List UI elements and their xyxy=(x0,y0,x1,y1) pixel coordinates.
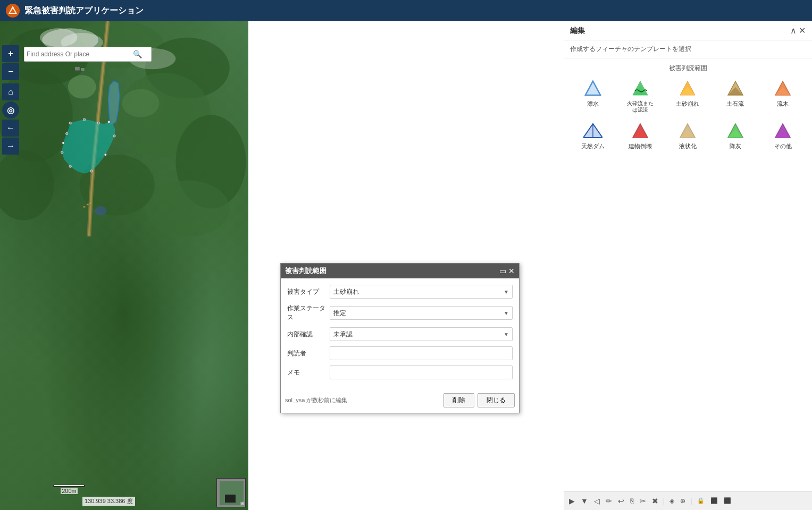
ashfall-icon xyxy=(726,122,745,141)
popup-body: 被害タイプ 土砂崩れ ▼ 作業ステータス 推定 ▼ 内部確認 未承認 ▼ 判読者 xyxy=(281,278,519,391)
back-button[interactable]: ← xyxy=(2,120,19,137)
zoom-out-button[interactable]: − xyxy=(2,63,19,80)
damage-type-value: 土砂崩れ xyxy=(333,287,359,296)
natural-dam-label: 天然ダム xyxy=(581,143,605,150)
svg-rect-18 xyxy=(75,67,80,71)
edit-title: 編集 xyxy=(570,26,585,36)
memo-input[interactable] xyxy=(330,366,513,379)
internal-check-select[interactable]: 未承認 ▼ xyxy=(330,327,513,341)
panel-spacer xyxy=(564,162,812,491)
svg-point-28 xyxy=(90,170,93,172)
form-row-internal-check: 内部確認 未承認 ▼ xyxy=(287,327,513,341)
split-button[interactable]: ⊕ xyxy=(678,496,688,506)
work-status-select[interactable]: 推定 ▼ xyxy=(330,306,513,320)
svg-point-29 xyxy=(69,165,71,167)
close-form-button[interactable]: 閉じる xyxy=(478,393,515,407)
separator2: | xyxy=(689,497,693,505)
gps-button[interactable]: ◎ xyxy=(2,101,19,118)
coordinates: 130.939 33.386 度 xyxy=(82,497,135,506)
work-status-arrow: ▼ xyxy=(504,310,509,316)
damage-type-arrow: ▼ xyxy=(504,289,509,295)
edit-vertices-button[interactable]: ✏ xyxy=(604,496,614,506)
other-label: その他 xyxy=(774,143,792,150)
liquefaction-icon xyxy=(678,122,697,141)
popup-close-button[interactable]: ✕ xyxy=(508,267,515,275)
reader-label: 判読者 xyxy=(287,349,330,358)
template-building-collapse[interactable]: 建物倒壊 xyxy=(617,120,663,152)
popup-minimize-button[interactable]: ▭ xyxy=(499,267,506,275)
app-logo xyxy=(5,3,20,18)
cut-button[interactable]: ✂ xyxy=(638,496,648,506)
memo-label: メモ xyxy=(287,368,330,377)
damage-type-select[interactable]: 土砂崩れ ▼ xyxy=(330,285,513,299)
delete-btn[interactable]: ✖ xyxy=(650,496,660,506)
map[interactable]: 🔍 + − ⌂ ◎ ← → 200m 130.939 33.386 度 Esri… xyxy=(0,21,248,510)
scale-label: 200m xyxy=(61,488,78,494)
work-status-value: 推定 xyxy=(333,309,346,318)
driftwood-label: 流木 xyxy=(777,100,789,107)
popup-title: 被害判読範囲 xyxy=(285,266,327,276)
search-input[interactable] xyxy=(27,50,133,58)
search-bar[interactable]: 🔍 xyxy=(24,47,152,62)
pyroclastic-icon xyxy=(631,79,650,98)
form-row-reader: 判読者 xyxy=(287,346,513,360)
zoom-in-button[interactable]: + xyxy=(2,45,19,62)
svg-point-23 xyxy=(83,118,85,121)
landslide-label: 土砂崩れ xyxy=(676,100,699,107)
svg-point-30 xyxy=(61,151,63,154)
popup-footer: sol_ysa が数秒前に編集 削除 閉じる xyxy=(281,391,519,413)
separator1: | xyxy=(662,497,666,505)
liquefaction-label: 液状化 xyxy=(679,143,697,150)
template-ashfall[interactable]: 降灰 xyxy=(713,120,758,152)
debris-icon xyxy=(726,79,745,98)
forward-button[interactable]: → xyxy=(2,138,19,155)
template-group-label: 被害判読範囲 xyxy=(570,64,806,73)
undo-button[interactable]: ↩ xyxy=(616,496,626,506)
delete-button[interactable]: 削除 xyxy=(443,393,474,407)
svg-marker-41 xyxy=(585,81,600,95)
snap-button[interactable]: 🔒 xyxy=(695,496,707,505)
collapse-button[interactable]: ∧ xyxy=(790,26,797,36)
popup-header: 被害判読範囲 ▭ ✕ xyxy=(281,264,519,278)
svg-point-32 xyxy=(65,132,68,134)
internal-check-value: 未承認 xyxy=(333,330,353,339)
svg-rect-34 xyxy=(89,202,91,203)
damage-type-label: 被害タイプ xyxy=(287,287,330,296)
template-pyroclastic[interactable]: 火砕流または泥流 xyxy=(617,77,663,115)
copy-button[interactable]: ⎘ xyxy=(628,496,636,506)
svg-rect-33 xyxy=(87,204,89,206)
template-other[interactable]: その他 xyxy=(760,120,806,152)
template-landslide[interactable]: 土砂崩れ xyxy=(665,77,710,115)
select-button[interactable]: ◁ xyxy=(592,496,602,506)
tool2-button[interactable]: ⬛ xyxy=(722,496,733,505)
scale-bar: 200m xyxy=(53,485,85,494)
svg-rect-35 xyxy=(83,206,85,208)
flood-icon xyxy=(583,79,602,98)
template-driftwood[interactable]: 流木 xyxy=(760,77,806,115)
svg-point-27 xyxy=(104,154,106,156)
draw-button[interactable]: ▶ xyxy=(567,496,577,506)
search-button[interactable]: 🔍 xyxy=(133,50,142,58)
template-debris[interactable]: 土石流 xyxy=(713,77,758,115)
form-row-damage-type: 被害タイプ 土砂崩れ ▼ xyxy=(287,285,513,299)
home-button[interactable]: ⌂ xyxy=(2,83,19,100)
reader-input[interactable] xyxy=(330,346,513,360)
tool1-button[interactable]: ⬛ xyxy=(708,496,720,505)
template-natural-dam[interactable]: 天然ダム xyxy=(570,120,615,152)
scale-line xyxy=(53,485,85,487)
right-panel: ≡ ⊞ ⊟ ◱ ⊞ ⬜ ⚙ ▽ 編集 ∧ ✕ 作成するフィーチャのテンプレートを… xyxy=(564,0,812,510)
svg-point-25 xyxy=(108,121,110,123)
template-flood[interactable]: 漂水 xyxy=(570,77,615,115)
svg-point-12 xyxy=(68,75,96,98)
template-liquefaction[interactable]: 液状化 xyxy=(665,120,710,152)
svg-point-36 xyxy=(95,206,106,216)
edit-panel: 編集 ∧ ✕ 作成するフィーチャのテンプレートを選択 被害判読範囲 xyxy=(564,21,812,510)
building-collapse-icon xyxy=(631,122,650,141)
work-status-label: 作業ステータス xyxy=(287,304,330,322)
popup-dialog: 被害判読範囲 ▭ ✕ 被害タイプ 土砂崩れ ▼ 作業ステータス 推定 ▼ 内部確… xyxy=(280,263,520,413)
close-edit-button[interactable]: ✕ xyxy=(799,26,806,36)
edit-note: sol_ysa が数秒前に編集 xyxy=(285,396,347,404)
svg-point-10 xyxy=(145,181,230,237)
merge-button[interactable]: ◈ xyxy=(667,496,676,506)
draw-dropdown-button[interactable]: ▼ xyxy=(579,496,590,506)
